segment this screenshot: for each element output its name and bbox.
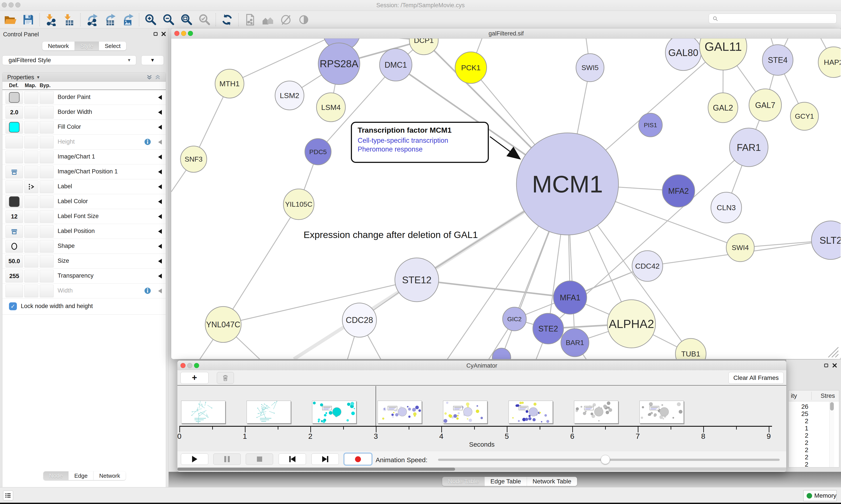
node-cdc42[interactable]: CDC42 — [632, 251, 663, 281]
node-snf3[interactable]: SNF3 — [180, 146, 207, 172]
timeline-scrollbar[interactable] — [177, 467, 786, 471]
def-cell[interactable] — [5, 195, 23, 208]
tab-edge-table[interactable]: Edge Table — [485, 477, 527, 486]
def-cell[interactable]: 2.0 — [5, 106, 23, 119]
play-button[interactable] — [181, 453, 208, 465]
record-button[interactable] — [344, 453, 372, 465]
node-mth1[interactable]: MTH1 — [215, 69, 244, 98]
collapse-arrow-icon[interactable] — [158, 199, 162, 204]
def-cell[interactable] — [5, 285, 23, 297]
collapse-arrow-icon[interactable] — [158, 214, 162, 219]
property-row-fill-color[interactable]: Fill Color — [2, 120, 166, 134]
node-mcm1[interactable]: MCM1 — [516, 133, 619, 235]
node-pdc5[interactable]: PDC5 — [305, 139, 331, 165]
node-alpha2[interactable]: ALPHA2 — [607, 300, 656, 348]
frame-thumbnail-3s[interactable] — [378, 401, 422, 424]
hide-selected-icon[interactable] — [280, 13, 292, 26]
byp-cell[interactable] — [40, 106, 54, 119]
def-cell[interactable] — [5, 165, 23, 178]
property-row-border-width[interactable]: 2.0Border Width — [2, 105, 166, 120]
node-lsm2[interactable]: LSM2 — [275, 81, 304, 110]
def-cell[interactable] — [5, 91, 23, 104]
frame-thumbnail-0s[interactable] — [181, 401, 225, 424]
frame-thumbnail-4s[interactable] — [443, 401, 487, 424]
node-gcy1[interactable]: GCY1 — [790, 102, 819, 130]
table-cell[interactable]: 26 — [789, 403, 808, 410]
tab-node-table[interactable]: Node Table — [442, 477, 485, 486]
def-cell[interactable] — [5, 180, 23, 193]
cyanimator-titlebar[interactable]: CyAnimator — [177, 361, 786, 371]
byp-cell[interactable] — [40, 195, 54, 208]
skip-to-end-button[interactable] — [311, 453, 339, 465]
frame-thumbnail-2s[interactable] — [312, 401, 356, 424]
node-gic2[interactable]: GIC2 — [503, 307, 526, 331]
map-cell[interactable] — [24, 165, 38, 178]
property-row-label-color[interactable]: Label Color — [2, 194, 166, 209]
zoom-selected-icon[interactable] — [198, 13, 211, 26]
map-cell[interactable] — [24, 255, 38, 268]
property-row-width[interactable]: Width — [2, 284, 166, 299]
network-file-icon[interactable] — [244, 13, 256, 26]
node-bar1[interactable]: BAR1 — [561, 329, 589, 357]
byp-cell[interactable] — [40, 270, 54, 283]
stop-button[interactable] — [246, 453, 273, 465]
network-graph[interactable]: DCP1RPS28ADMC1PCK1SWI5GAL80GAL11STE4HAP2… — [171, 38, 841, 359]
byp-cell[interactable] — [40, 121, 54, 133]
def-cell[interactable]: 50.0 — [5, 255, 23, 268]
table-cell[interactable]: 2 — [789, 432, 808, 439]
show-all-icon[interactable] — [298, 13, 310, 26]
network-edge[interactable] — [417, 280, 570, 298]
export-image-icon[interactable] — [121, 13, 134, 26]
expand-all-icon[interactable] — [146, 74, 153, 80]
map-cell[interactable] — [24, 121, 38, 133]
zoom-out-icon[interactable] — [162, 13, 175, 26]
node-dcp1[interactable]: DCP1 — [409, 38, 438, 55]
frame-thumbnail-5s[interactable] — [508, 401, 553, 424]
byp-cell[interactable] — [40, 91, 54, 104]
scrollbar-thumb[interactable] — [830, 402, 834, 411]
node-ste2[interactable]: STE2 — [533, 313, 563, 344]
scrollbar-thumb[interactable] — [177, 468, 455, 471]
import-network-icon[interactable] — [45, 13, 57, 26]
collapse-arrow-icon[interactable] — [158, 274, 162, 278]
node-dmc1[interactable]: DMC1 — [379, 49, 412, 81]
network-window-titlebar[interactable]: galFiltered.sif — [171, 29, 841, 38]
map-cell[interactable] — [24, 180, 38, 193]
info-icon[interactable] — [144, 287, 151, 294]
collapse-arrow-icon[interactable] — [158, 244, 162, 249]
map-cell[interactable] — [24, 151, 38, 163]
style-selector[interactable]: galFiltered Style ▼ — [2, 55, 136, 65]
window-resize-grip[interactable] — [825, 344, 839, 358]
table-scrollbar[interactable] — [829, 402, 834, 467]
tab-network[interactable]: Network — [93, 471, 126, 480]
byp-cell[interactable] — [40, 136, 54, 148]
node-swi4[interactable]: SWI4 — [726, 234, 754, 262]
import-table-icon[interactable] — [62, 13, 75, 26]
frame-thumbnail-7s[interactable] — [640, 401, 684, 424]
node-gal80[interactable]: GAL80 — [665, 38, 701, 71]
tab-node[interactable]: Node — [43, 471, 69, 480]
property-row-image-chart-position-1[interactable]: Image/Chart Position 1 — [2, 164, 166, 179]
export-network-icon[interactable] — [85, 13, 98, 26]
memory-button[interactable]: Memory — [803, 490, 837, 501]
node-hap2[interactable]: HAP2 — [818, 47, 841, 77]
table-cell[interactable]: 1 — [789, 425, 808, 432]
annotation-link-1[interactable]: Cell-type-specific transcription — [358, 136, 482, 145]
search-input[interactable] — [719, 14, 836, 23]
map-cell[interactable] — [24, 210, 38, 223]
map-cell[interactable] — [24, 285, 38, 297]
clear-all-frames-button[interactable]: Clear All Frames — [729, 372, 784, 384]
animation-speed-slider[interactable] — [438, 459, 780, 461]
property-row-label-position[interactable]: Label Position — [2, 224, 166, 239]
properties-header[interactable]: Properties ▾ — [2, 72, 166, 82]
node-swi5[interactable]: SWI5 — [576, 54, 604, 82]
delete-frame-button[interactable] — [217, 372, 234, 384]
def-cell[interactable] — [5, 151, 23, 163]
search-box[interactable] — [709, 14, 837, 24]
float-panel-icon[interactable] — [823, 362, 829, 369]
byp-cell[interactable] — [40, 285, 54, 297]
property-row-border-paint[interactable]: Border Paint — [2, 90, 166, 105]
node-yil105c[interactable]: YIL105C — [283, 189, 314, 220]
property-row-size[interactable]: 50.0Size — [2, 254, 166, 269]
byp-cell[interactable] — [40, 240, 54, 253]
